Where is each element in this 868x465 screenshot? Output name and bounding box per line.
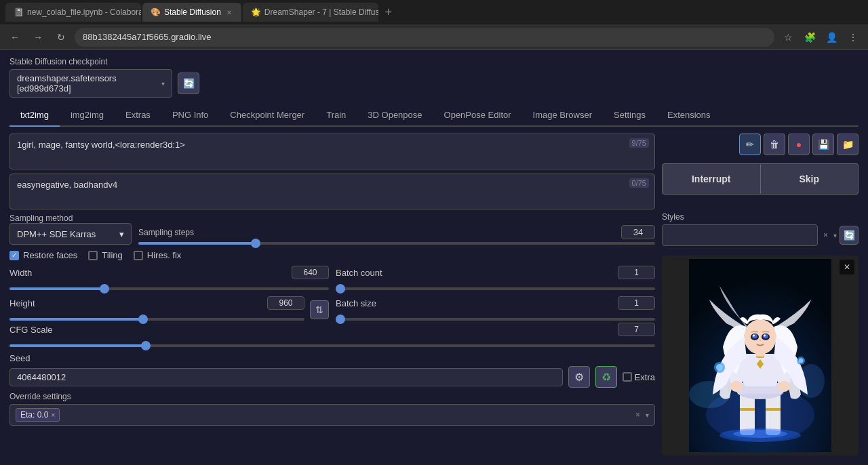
- left-panel: 9/75 0/75 Sampling method DPM++ SDE Karr…: [9, 134, 655, 456]
- negative-prompt-input[interactable]: [10, 174, 654, 207]
- tab-dreamshaper[interactable]: 🌟 DreamShaper - 7 | Stable Diffusi... ✕: [243, 3, 378, 22]
- cfg-scale-label: CFG Scale: [9, 325, 64, 335]
- generated-image: [689, 259, 831, 452]
- width-slider[interactable]: [9, 287, 329, 290]
- override-dropdown-icon[interactable]: ▾: [646, 411, 649, 419]
- checkpoint-row: dreamshaper.safetensors [ed989d673d] ▾ 🔄: [9, 69, 859, 98]
- width-input[interactable]: [292, 266, 329, 279]
- reload-button[interactable]: ↻: [52, 28, 71, 47]
- skip-button[interactable]: Skip: [761, 163, 859, 195]
- seed-input[interactable]: [9, 368, 563, 386]
- sampling-steps-input[interactable]: 34: [621, 225, 655, 239]
- height-slider[interactable]: [9, 318, 304, 321]
- sampling-steps-label: Sampling steps: [138, 228, 194, 237]
- tab-openpose-editor[interactable]: OpenPose Editor: [433, 104, 522, 127]
- fire-icon: ●: [796, 139, 802, 150]
- svg-rect-6: [740, 408, 755, 411]
- dimensions-group: Width Height: [9, 266, 329, 323]
- tab-train[interactable]: Train: [315, 104, 357, 127]
- checkpoint-select[interactable]: dreamshaper.safetensors [ed989d673d] ▾: [9, 69, 172, 98]
- styles-clear-button[interactable]: ×: [821, 228, 831, 243]
- sampling-method-select[interactable]: DPM++ SDE Karras ▾: [9, 223, 132, 245]
- nav-bar: ← → ↻ 88b1382445a71f5665.gradio.live ☆ 🧩…: [0, 24, 868, 50]
- style-fire-button[interactable]: ●: [788, 134, 810, 155]
- address-bar[interactable]: 88b1382445a71f5665.gradio.live: [75, 28, 774, 47]
- tab-extensions[interactable]: Extensions: [656, 104, 722, 127]
- pencil-icon: ✏: [746, 139, 754, 150]
- tab-3d-openpose[interactable]: 3D Openpose: [357, 104, 433, 127]
- back-button[interactable]: ←: [5, 28, 24, 47]
- save-icon: 💾: [818, 139, 829, 150]
- style-save-button[interactable]: 💾: [812, 134, 834, 155]
- hires-fix-checkbox[interactable]: Hires. fix: [134, 250, 182, 260]
- tab-settings[interactable]: Settings: [603, 104, 656, 127]
- sampling-steps-slider[interactable]: [138, 242, 655, 245]
- positive-prompt-counter: 9/75: [629, 138, 649, 148]
- batch-count-header: Batch count: [336, 266, 655, 279]
- svg-point-28: [799, 359, 804, 363]
- seed-section: Seed ⚙ ♻ Extra: [9, 353, 655, 388]
- positive-prompt-input[interactable]: [10, 134, 654, 167]
- forward-button[interactable]: →: [28, 28, 47, 47]
- tab-img2img[interactable]: img2img: [60, 104, 115, 127]
- eta-tag-close-button[interactable]: ×: [51, 411, 55, 419]
- negative-prompt-counter: 0/75: [629, 178, 649, 188]
- tab-extras[interactable]: Extras: [115, 104, 161, 127]
- tab-sd-close[interactable]: ✕: [225, 7, 233, 18]
- seed-label: Seed: [9, 353, 64, 363]
- menu-icon[interactable]: ⋮: [844, 28, 863, 47]
- tab-checkpoint-merger[interactable]: Checkpoint Merger: [219, 104, 315, 127]
- address-text: 88b1382445a71f5665.gradio.live: [83, 32, 211, 42]
- tiling-checkbox[interactable]: Tiling: [88, 250, 123, 260]
- style-trash-button[interactable]: 🗑: [764, 134, 785, 155]
- close-generated-image-button[interactable]: ✕: [840, 260, 854, 275]
- override-settings-section: Override settings Eta: 0.0 × × ▾: [9, 392, 655, 426]
- generated-image-container: ✕: [662, 256, 859, 456]
- tab-image-browser[interactable]: Image Browser: [522, 104, 603, 127]
- swap-dimensions-button[interactable]: ⇅: [310, 300, 329, 319]
- interrupt-button[interactable]: Interrupt: [662, 163, 761, 195]
- svg-point-15: [730, 381, 743, 392]
- styles-refresh-button[interactable]: 🔄: [840, 226, 859, 245]
- styles-input[interactable]: [662, 224, 818, 246]
- sampling-method-arrow-icon: ▾: [119, 229, 124, 239]
- tab-colab[interactable]: 📓 new_colab_file.ipynb - Colabora... ✕: [5, 3, 141, 22]
- tab-txt2img[interactable]: txt2img: [9, 104, 60, 127]
- folder-icon: 📁: [842, 139, 854, 150]
- hires-fix-label: Hires. fix: [147, 250, 182, 260]
- seed-dice-button[interactable]: ⚙: [568, 366, 590, 388]
- cfg-scale-input[interactable]: [618, 323, 655, 336]
- override-clear-button[interactable]: ×: [633, 407, 643, 422]
- height-input[interactable]: [267, 296, 304, 310]
- new-tab-button[interactable]: +: [380, 3, 397, 21]
- svg-point-30: [733, 430, 787, 438]
- style-folder-button[interactable]: 📁: [837, 134, 859, 155]
- bookmark-icon[interactable]: ☆: [778, 28, 797, 47]
- batch-size-input[interactable]: [618, 296, 655, 310]
- batch-group: Batch count Batch size: [336, 266, 655, 323]
- batch-count-input[interactable]: [618, 266, 655, 279]
- sampling-method-value: DPM++ SDE Karras: [17, 229, 96, 239]
- override-settings-label: Override settings: [9, 392, 655, 401]
- extensions-icon[interactable]: 🧩: [800, 28, 819, 47]
- style-pencil-button[interactable]: ✏: [739, 134, 761, 155]
- batch-count-slider[interactable]: [336, 287, 655, 290]
- restore-faces-checkbox[interactable]: ✓ Restore faces: [9, 250, 77, 260]
- tab-sd[interactable]: 🎨 Stable Diffusion ✕: [142, 3, 241, 22]
- negative-prompt-area: 0/75: [9, 174, 655, 209]
- height-label: Height: [9, 298, 64, 308]
- cfg-scale-slider[interactable]: [9, 344, 655, 347]
- batch-size-slider[interactable]: [336, 318, 655, 321]
- batch-size-group: Batch size: [336, 296, 655, 323]
- profile-icon[interactable]: 👤: [822, 28, 841, 47]
- recycle-icon: ♻: [601, 371, 611, 384]
- height-header: Height: [9, 296, 304, 310]
- tab-png-info[interactable]: PNG Info: [161, 104, 219, 127]
- seed-recycle-button[interactable]: ♻: [595, 366, 617, 388]
- styles-dropdown-icon[interactable]: ▾: [833, 232, 837, 239]
- styles-label: Styles: [662, 212, 859, 222]
- tiling-box: [88, 251, 98, 260]
- seed-row: ⚙ ♻ Extra: [9, 366, 655, 388]
- checkpoint-refresh-button[interactable]: 🔄: [178, 73, 199, 94]
- extra-checkbox[interactable]: Extra: [623, 372, 655, 382]
